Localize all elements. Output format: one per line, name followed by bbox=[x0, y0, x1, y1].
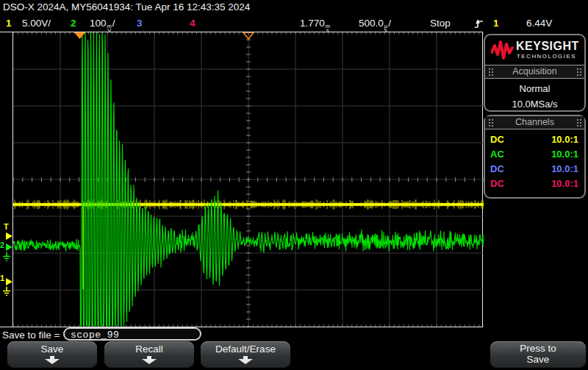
ch2-ground-label: 2 bbox=[0, 241, 4, 249]
grip-dots-icon bbox=[576, 118, 581, 127]
ch1-ground-marker[interactable] bbox=[6, 278, 12, 285]
instrument-id-bar: DSO-X 2024A, MY56041934: Tue Apr 16 12:4… bbox=[3, 1, 250, 13]
channel-row-4[interactable]: DC10.0:1 bbox=[485, 177, 584, 191]
channel-row-1[interactable]: DC10.0:1 bbox=[485, 132, 584, 147]
brand-block: KEYSIGHT TECHNOLOGIES bbox=[485, 35, 584, 65]
keysight-spark-icon bbox=[491, 40, 514, 60]
brand-sub: TECHNOLOGIES bbox=[517, 53, 576, 60]
timebase-readout[interactable]: 500.0µs/ bbox=[359, 18, 391, 33]
ch2-number[interactable]: 2 bbox=[71, 18, 76, 29]
acquisition-panel: KEYSIGHT TECHNOLOGIES Acquisition Normal… bbox=[484, 34, 586, 112]
acquisition-header: Acquisition bbox=[485, 65, 584, 79]
ch2-ground-icon bbox=[2, 252, 11, 265]
channels-panel: Channels DC10.0:1 AC10.0:1 DC10.0:1 DC10… bbox=[484, 115, 586, 199]
save-to-file-label: Save to file = bbox=[2, 330, 60, 341]
default-erase-softkey[interactable]: Default/Erase bbox=[201, 341, 290, 368]
graticule-svg bbox=[13, 32, 484, 327]
channel-row-2[interactable]: AC10.0:1 bbox=[485, 147, 584, 162]
filename-input[interactable]: scope_99 bbox=[63, 327, 201, 341]
ch1-scale[interactable]: 5.00V/ bbox=[22, 18, 51, 29]
delay-readout[interactable]: 1.770ms bbox=[300, 18, 331, 33]
trigger-source[interactable]: 1 bbox=[493, 18, 499, 29]
ch2-scale[interactable]: 100mV/ bbox=[90, 18, 115, 33]
ch1-ground-icon bbox=[2, 286, 11, 299]
ch4-number[interactable]: 4 bbox=[190, 18, 196, 29]
down-arrow-icon bbox=[140, 356, 158, 364]
waveform-display bbox=[12, 32, 483, 327]
sample-rate: 10.0MSa/s bbox=[485, 99, 584, 110]
ch1-ground-label: 1 bbox=[0, 274, 4, 282]
trigger-level-marker[interactable] bbox=[6, 232, 12, 240]
ch3-number[interactable]: 3 bbox=[137, 18, 143, 29]
channel-row-3[interactable]: DC10.0:1 bbox=[485, 162, 584, 177]
trigger-level-label: T bbox=[4, 223, 9, 231]
channels-header: Channels bbox=[485, 116, 584, 129]
down-arrow-icon bbox=[237, 356, 254, 364]
grip-dots-icon bbox=[576, 68, 581, 76]
run-state[interactable]: Stop bbox=[430, 18, 451, 29]
grip-dots-icon bbox=[488, 68, 493, 76]
trigger-level[interactable]: 6.44V bbox=[526, 18, 552, 29]
rising-edge-trigger-icon bbox=[474, 18, 484, 32]
recall-softkey[interactable]: Recall bbox=[104, 341, 194, 368]
trigger-time-marker[interactable] bbox=[74, 32, 85, 39]
filename-value: scope_99 bbox=[71, 330, 119, 341]
down-arrow-icon bbox=[43, 356, 61, 364]
status-bar: 1 5.00V/ 2 100mV/ 3 4 1.770ms 500.0µs/ S… bbox=[0, 15, 588, 32]
save-softkey[interactable]: Save bbox=[7, 341, 97, 368]
oscilloscope-screen: DSO-X 2024A, MY56041934: Tue Apr 16 12:4… bbox=[0, 0, 588, 370]
brand-name: KEYSIGHT bbox=[516, 40, 579, 53]
press-to-save-softkey[interactable]: Press to Save bbox=[490, 341, 586, 368]
acquisition-mode: Normal bbox=[485, 83, 584, 94]
grip-dots-icon bbox=[488, 118, 493, 127]
ch1-number[interactable]: 1 bbox=[6, 18, 12, 29]
ch2-ground-marker[interactable] bbox=[6, 243, 12, 251]
